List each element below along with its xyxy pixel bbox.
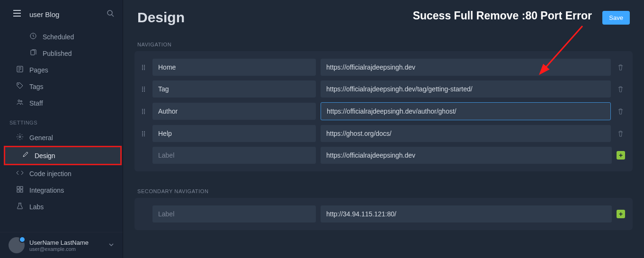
hamburger-icon[interactable] xyxy=(13,10,21,18)
site-title[interactable]: user Blog xyxy=(29,10,107,18)
sidebar-item-staff[interactable]: Staff xyxy=(0,95,123,111)
clock-icon xyxy=(29,32,37,41)
sidebar-item-published[interactable]: Published xyxy=(0,45,123,62)
nav-url-input[interactable] xyxy=(321,125,611,142)
nav-label-input[interactable] xyxy=(152,59,316,76)
svg-point-7 xyxy=(19,136,21,138)
sidebar-item-label: General xyxy=(29,134,53,142)
svg-rect-8 xyxy=(17,187,19,189)
sidebar-item-label: Pages xyxy=(29,66,48,74)
user-info: UserName LastName user@example.com xyxy=(29,239,89,252)
sidebar-scroll[interactable]: ScheduledPublishedPagesTagsStaff SETTING… xyxy=(0,28,123,232)
sidebar-item-scheduled[interactable]: Scheduled xyxy=(0,28,123,45)
nav-label-input[interactable] xyxy=(152,147,316,164)
pages-icon xyxy=(16,65,24,74)
nav-row xyxy=(142,125,625,142)
chevron-down-icon[interactable] xyxy=(108,241,114,249)
svg-rect-9 xyxy=(20,187,23,189)
secondary-navigation-block: + xyxy=(134,198,633,230)
sidebar: user Blog ScheduledPublishedPagesTagsSta… xyxy=(0,0,123,258)
trash-icon[interactable] xyxy=(616,62,625,72)
svg-rect-11 xyxy=(20,190,23,192)
annotation-text: Sucess Full Remove :80 Port Error xyxy=(413,9,592,22)
search-icon[interactable] xyxy=(107,9,114,19)
nav-row-new: + xyxy=(142,205,625,222)
nav-url-input[interactable] xyxy=(321,102,611,120)
trash-icon[interactable] xyxy=(616,107,625,116)
nav-label-input[interactable] xyxy=(152,125,316,142)
sidebar-header: user Blog xyxy=(0,0,123,28)
user-footer[interactable]: UserName LastName user@example.com xyxy=(0,232,123,258)
stack-icon xyxy=(29,49,37,58)
sidebar-item-code-injection[interactable]: Code injection xyxy=(0,165,123,182)
nav-url-input[interactable] xyxy=(321,80,611,98)
sidebar-item-label: Labs xyxy=(29,203,44,211)
secondary-navigation-heading: SECONDARY NAVIGATION xyxy=(123,177,644,198)
user-name: UserName LastName xyxy=(29,239,89,246)
sidebar-item-general[interactable]: General xyxy=(0,129,123,146)
nav-row xyxy=(142,80,625,98)
sidebar-item-label: Published xyxy=(43,50,72,57)
nav-row xyxy=(142,59,625,76)
sidebar-item-pages[interactable]: Pages xyxy=(0,62,123,78)
drag-handle-icon[interactable] xyxy=(142,65,148,70)
nav-url-input[interactable] xyxy=(321,205,612,222)
sidebar-item-label: Scheduled xyxy=(43,33,74,41)
drag-handle-icon[interactable] xyxy=(142,87,148,92)
main: Design Save Sucess Full Remove :80 Port … xyxy=(123,0,644,258)
avatar[interactable] xyxy=(9,237,25,253)
sidebar-item-integrations[interactable]: Integrations xyxy=(0,182,123,198)
drag-handle-icon[interactable] xyxy=(142,131,148,136)
staff-icon xyxy=(16,98,24,107)
page-title: Design xyxy=(137,9,185,26)
tag-icon xyxy=(16,82,24,91)
svg-point-6 xyxy=(21,101,22,102)
nav-url-input[interactable] xyxy=(321,147,612,164)
labs-icon xyxy=(16,202,24,211)
svg-point-4 xyxy=(18,84,19,85)
sidebar-item-tags[interactable]: Tags xyxy=(0,78,123,95)
svg-point-5 xyxy=(18,100,20,102)
nav-label-input[interactable] xyxy=(152,205,316,222)
svg-rect-10 xyxy=(17,190,19,192)
save-button[interactable]: Save xyxy=(602,11,630,25)
nav-row xyxy=(142,102,625,120)
integ-icon xyxy=(16,186,24,195)
sidebar-item-label: Design xyxy=(35,152,55,160)
nav-url-input[interactable] xyxy=(321,59,611,76)
user-email: user@example.com xyxy=(29,246,89,252)
sidebar-item-design[interactable]: Design xyxy=(4,146,122,165)
add-button[interactable]: + xyxy=(617,151,625,160)
navigation-heading: NAVIGATION xyxy=(123,30,644,51)
nav-row-new: + xyxy=(142,147,625,164)
drag-handle-icon[interactable] xyxy=(142,109,148,114)
add-button[interactable]: + xyxy=(617,210,625,218)
sidebar-item-label: Staff xyxy=(29,99,43,107)
sidebar-item-label: Tags xyxy=(29,83,44,90)
nav-label-input[interactable] xyxy=(152,103,316,120)
svg-point-0 xyxy=(107,10,112,15)
trash-icon[interactable] xyxy=(616,129,625,138)
brush-icon xyxy=(21,151,29,160)
nav-label-input[interactable] xyxy=(152,80,316,98)
trash-icon[interactable] xyxy=(616,84,625,94)
sidebar-item-label: Integrations xyxy=(29,187,64,194)
code-icon xyxy=(16,169,24,178)
sidebar-item-labs[interactable]: Labs xyxy=(0,198,123,215)
svg-rect-2 xyxy=(31,50,35,55)
gear-icon xyxy=(16,133,24,142)
settings-heading: SETTINGS xyxy=(0,111,123,129)
sidebar-item-label: Code injection xyxy=(29,170,72,178)
navigation-block: + xyxy=(134,51,633,171)
